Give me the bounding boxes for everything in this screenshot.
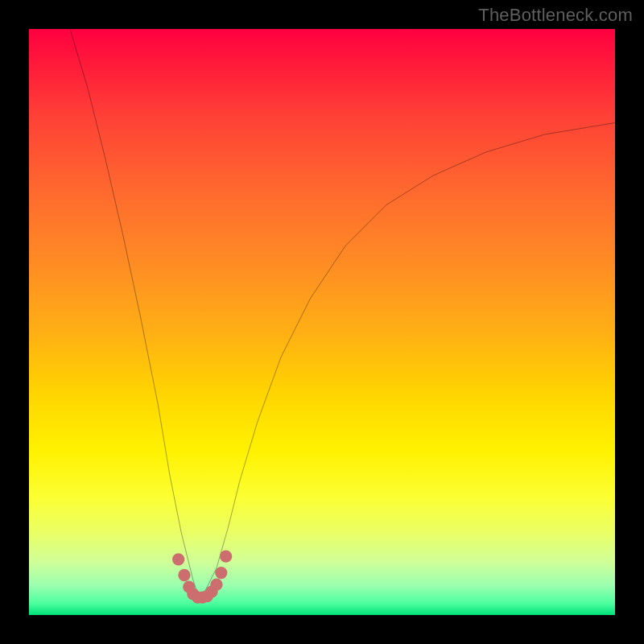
- optimum-marker-dot: [215, 567, 227, 579]
- bottleneck-curve: [70, 29, 615, 597]
- watermark-text: TheBottleneck.com: [478, 5, 633, 26]
- chart-svg: [29, 29, 615, 615]
- optimum-marker-dot: [210, 579, 222, 591]
- optimum-marker-dots: [172, 551, 232, 604]
- chart-frame: TheBottleneck.com: [0, 0, 644, 644]
- optimum-marker-dot: [178, 569, 190, 581]
- optimum-marker-dot: [172, 553, 184, 565]
- plot-area: [29, 29, 615, 615]
- optimum-marker-dot: [220, 551, 232, 563]
